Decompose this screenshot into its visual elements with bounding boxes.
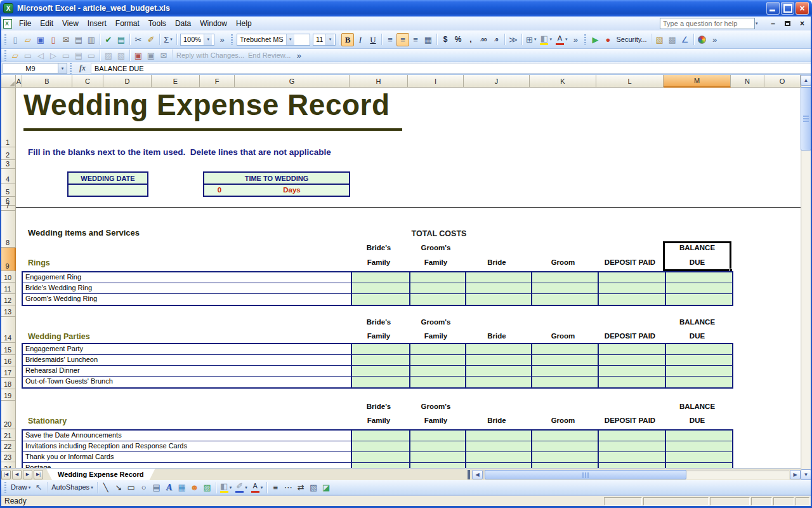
autoshapes-menu-button[interactable]: AutoShapes▾: [49, 481, 95, 494]
cost-cell[interactable]: [409, 377, 465, 387]
cost-cell[interactable]: [598, 463, 665, 468]
cost-cell[interactable]: [665, 377, 732, 387]
cost-cell[interactable]: [598, 272, 665, 283]
cost-cell[interactable]: [409, 283, 465, 293]
menu-tools[interactable]: Tools: [144, 17, 171, 30]
decrease-decimal-icon[interactable]: .0: [490, 33, 502, 46]
cost-cell[interactable]: [531, 294, 598, 305]
sheet-tab-wedding-expense-record[interactable]: Wedding Expense Record: [46, 469, 155, 480]
wordart-icon[interactable]: A: [163, 481, 176, 494]
cost-cell[interactable]: [465, 431, 531, 441]
cost-cell[interactable]: [409, 366, 465, 376]
font-size-select[interactable]: 11▾: [313, 34, 336, 46]
item-cell[interactable]: Save the Date Announcements: [23, 431, 351, 441]
visual-basic-editor-icon[interactable]: ▧: [653, 33, 666, 46]
column-header-n[interactable]: N: [731, 75, 764, 88]
cost-cell[interactable]: [465, 463, 531, 468]
italic-icon[interactable]: I: [354, 33, 367, 46]
wedding-date-input-cell[interactable]: [69, 185, 147, 194]
cost-cell[interactable]: [665, 441, 732, 451]
show-all-comments-icon[interactable]: ▤: [72, 49, 85, 62]
item-cell[interactable]: Engagement Ring: [23, 272, 351, 283]
column-header-i[interactable]: I: [408, 75, 464, 88]
currency-icon[interactable]: $: [439, 33, 452, 46]
line-icon[interactable]: ╲: [100, 481, 112, 494]
reply-with-changes-button[interactable]: Reply with Changes...: [174, 49, 246, 62]
merge-center-icon[interactable]: ▦: [422, 33, 435, 46]
percent-icon[interactable]: %: [452, 33, 464, 46]
text-box-icon[interactable]: ▤: [150, 481, 163, 494]
cost-cell[interactable]: [531, 272, 598, 283]
cost-cell[interactable]: [351, 431, 409, 441]
cost-cell[interactable]: [351, 344, 409, 354]
save-icon[interactable]: ▣: [34, 33, 47, 46]
column-header-j[interactable]: J: [464, 75, 530, 88]
fill-color-icon[interactable]: ◧▾: [538, 33, 554, 46]
arrow-style-icon[interactable]: ⇄: [294, 481, 307, 494]
zoom-select[interactable]: 100%▾: [180, 34, 214, 46]
clip-art-icon[interactable]: ☻: [188, 481, 201, 494]
formula-input[interactable]: BALANCE DUE: [91, 63, 811, 74]
column-header-g[interactable]: G: [235, 75, 350, 88]
row-header-15[interactable]: 15: [0, 343, 16, 355]
cost-cell[interactable]: [665, 452, 732, 462]
row-header-20[interactable]: 20: [0, 401, 16, 429]
row-header-7[interactable]: 7: [0, 206, 16, 211]
rectangle-icon[interactable]: ▭: [125, 481, 138, 494]
fill-color-icon[interactable]: ◧▾: [218, 481, 234, 494]
cost-cell[interactable]: [598, 344, 665, 354]
previous-comment-icon[interactable]: ◁: [34, 49, 47, 62]
row-header-21[interactable]: 21: [0, 429, 16, 441]
row-header-10[interactable]: 10: [0, 271, 16, 283]
cost-cell[interactable]: [351, 452, 409, 462]
toolbar-grip[interactable]: [4, 50, 6, 61]
item-cell[interactable]: Out-of-Town Guests' Brunch: [23, 377, 351, 387]
column-header-d[interactable]: D: [103, 75, 152, 88]
row-header-2[interactable]: 2: [0, 147, 16, 160]
end-review-button[interactable]: End Review...: [246, 49, 292, 62]
workbook-minimize-button[interactable]: –: [767, 18, 779, 29]
row-header-5[interactable]: 5: [0, 184, 16, 197]
row-header-14[interactable]: 14: [0, 317, 16, 343]
cost-cell[interactable]: [665, 431, 732, 441]
row-header-3[interactable]: 3: [0, 160, 16, 169]
cost-cell[interactable]: [531, 441, 598, 451]
cost-cell[interactable]: [531, 377, 598, 387]
cost-cell[interactable]: [465, 272, 531, 283]
insert-function-icon[interactable]: fx: [74, 64, 91, 73]
underline-icon[interactable]: U: [367, 33, 379, 46]
horizontal-scrollbar[interactable]: [483, 470, 789, 479]
cost-cell[interactable]: [409, 294, 465, 305]
align-left-icon[interactable]: ≡: [384, 33, 396, 46]
item-cell[interactable]: Bridesmaids' Luncheon: [23, 355, 351, 365]
delete-comment-icon[interactable]: ▭: [85, 49, 98, 62]
three-d-style-icon[interactable]: ◪: [320, 481, 332, 494]
column-header-m[interactable]: M: [664, 75, 731, 88]
cost-cell[interactable]: [531, 463, 598, 468]
cost-cell[interactable]: [351, 441, 409, 451]
select-objects-icon[interactable]: ↖: [32, 481, 45, 494]
cost-cell[interactable]: [531, 344, 598, 354]
script-editor-icon[interactable]: [696, 33, 709, 46]
new-document-icon[interactable]: ▯: [9, 33, 22, 46]
item-cell[interactable]: Thank you or Informal Cards: [23, 452, 351, 462]
cost-cell[interactable]: [409, 441, 465, 451]
cost-cell[interactable]: [409, 452, 465, 462]
cost-cell[interactable]: [465, 344, 531, 354]
toolbar-grip[interactable]: [4, 34, 6, 45]
scroll-left-icon[interactable]: ◀: [472, 470, 483, 479]
record-macro-icon[interactable]: ●: [601, 33, 614, 46]
minimize-button[interactable]: [766, 2, 780, 15]
column-header-a[interactable]: A: [16, 75, 22, 88]
font-color-icon[interactable]: A▾: [249, 481, 265, 494]
align-right-icon[interactable]: ≡: [409, 33, 422, 46]
accept-changes-icon[interactable]: ▧: [115, 49, 128, 62]
cost-cell[interactable]: [598, 366, 665, 376]
toolbar-grip[interactable]: [231, 34, 233, 45]
send-to-mail-recipient-icon[interactable]: ✉: [157, 49, 170, 62]
name-box-dropdown[interactable]: ▾: [58, 63, 67, 74]
toolbar-options-icon[interactable]: »: [292, 49, 305, 62]
row-header-4[interactable]: 4: [0, 169, 16, 184]
item-cell[interactable]: Groom's Wedding Ring: [23, 294, 351, 305]
draw-menu-button[interactable]: Draw▾: [9, 481, 32, 494]
